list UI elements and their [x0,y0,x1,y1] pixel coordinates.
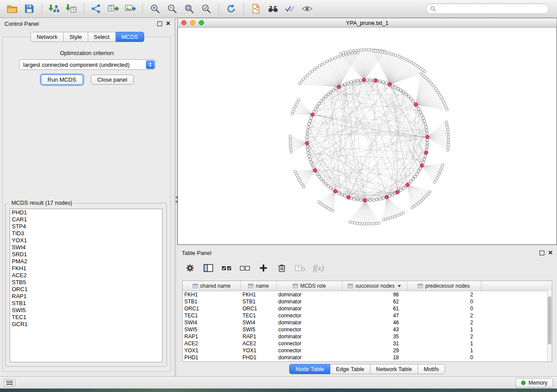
table-row[interactable]: TEC1TEC1connector472 [183,312,552,319]
table-row[interactable]: ORC1ORC1dominator610 [183,305,552,312]
column-header-name[interactable]: name [241,281,277,291]
table-row[interactable]: PHD1PHD1dominator180 [183,354,552,361]
tab-mcds[interactable]: MCDS [116,32,144,42]
mcds-result-item[interactable]: STB1 [10,300,162,307]
mcds-result-item[interactable]: YOX1 [10,237,162,244]
table-row[interactable]: STB1STB1dominator620 [183,298,552,305]
mcds-result-item[interactable]: RAP1 [10,293,162,300]
mcds-result-item[interactable]: PHD1 [10,209,162,216]
delete-table-button[interactable] [294,262,306,274]
table-cell: ACE2 [241,340,277,347]
table-row[interactable]: SWI4SWI4dominator462 [183,319,552,326]
add-column-button[interactable] [258,262,269,274]
mcds-result-item[interactable]: ORC1 [10,286,162,293]
close-window-button[interactable] [181,20,187,25]
table-tab-edge-table[interactable]: Edge Table [330,364,370,374]
refresh-button[interactable] [223,2,239,16]
close-table-panel-icon[interactable]: × [548,250,553,255]
table-cell: TEC1 [183,312,241,319]
mcds-result-item[interactable]: STB5 [10,279,162,286]
zoom-fit-button[interactable] [181,2,197,16]
mcds-result-item[interactable]: SWI5 [10,307,162,314]
search-input[interactable] [426,3,549,14]
tab-select[interactable]: Select [88,32,116,42]
zoom-out-button[interactable] [164,2,180,16]
mcds-result-item[interactable]: SRD1 [10,251,162,258]
deselect-all-button[interactable] [239,262,251,274]
select-all-button[interactable] [221,262,232,274]
open-button[interactable] [4,2,20,16]
table-tab-motifs[interactable]: Motifs [418,364,445,374]
column-header-shared-name[interactable]: shared name [183,281,241,291]
float-panel-icon[interactable] [157,21,162,26]
select-marks-button[interactable] [282,2,298,16]
network-window-titlebar[interactable]: YPA_prune.txt_1 [177,18,557,28]
mcds-result-item[interactable]: TEC1 [10,314,162,321]
show-hide-button[interactable] [299,2,315,16]
table-cell-filler [481,291,552,299]
zoom-in-button[interactable] [147,2,163,16]
table-cell: SWI4 [183,319,241,326]
table-settings-button[interactable] [184,262,196,274]
tab-network[interactable]: Network [31,32,64,42]
run-mcds-button[interactable]: Run MCDS [41,75,83,85]
mcds-result-item[interactable]: SWI4 [10,244,162,251]
column-header-MCDS-role[interactable]: MCDS role [277,281,342,291]
mcds-result-item[interactable]: CAR1 [10,216,162,223]
column-header-predecessor-nodes[interactable]: predecessor nodes [407,281,481,291]
table-row[interactable]: SWI5SWI5connector431 [183,326,552,333]
tab-style[interactable]: Style [64,32,88,42]
import-table-button[interactable] [63,2,79,16]
delete-column-button[interactable] [276,262,287,274]
share-document-button[interactable] [248,2,264,16]
table-row[interactable]: RAP1RAP1dominator352 [183,333,552,340]
save-button[interactable] [21,2,37,16]
export-network-button[interactable] [88,2,104,16]
table-row[interactable]: FKH1FKH1dominator962 [183,291,552,299]
zoom-selected-button[interactable] [198,2,214,16]
table-cell: FKH1 [241,291,277,299]
export-image-button[interactable] [122,2,138,16]
show-panels-button[interactable] [4,379,15,387]
table-row[interactable]: YOX1YOX1connector291 [183,347,552,354]
column-header-successor-nodes[interactable]: successor nodes [342,281,407,291]
mcds-result-item[interactable]: STP4 [10,223,162,230]
mcds-result-item[interactable]: GCR1 [10,321,162,328]
table-cell-filler [481,347,552,354]
maximize-window-button[interactable] [199,20,204,25]
close-panel-icon[interactable]: × [166,21,170,26]
optimization-dropdown[interactable]: largest connected component (undirected) [19,59,156,70]
mcds-result-item[interactable]: PMA2 [10,258,162,265]
mcds-result-title: MCDS result (17 nodes) [9,199,74,206]
scrollbar-thumb[interactable] [548,296,551,344]
table-cell: 43 [342,326,407,333]
mcds-result-item[interactable]: ACE2 [10,272,162,279]
table-row[interactable]: ACE2ACE2connector311 [183,340,552,347]
table-tab-network-table[interactable]: Network Table [370,364,418,374]
find-button[interactable] [265,2,281,16]
network-graph-svg[interactable] [178,28,557,244]
export-table-button[interactable] [105,2,121,16]
show-columns-button[interactable] [203,262,214,274]
search-box [426,3,549,14]
binoculars-icon [267,4,279,14]
mcds-result-list[interactable]: PHD1CAR1STP4TID3YOX1SWI4SRD1PMA2FKH1ACE2… [10,209,163,362]
table-cell: PHD1 [183,354,241,361]
memory-button[interactable]: Memory [515,378,553,388]
dropdown-stepper-icon[interactable] [146,60,155,69]
mcds-result-item[interactable]: FKH1 [10,265,162,272]
import-network-button[interactable] [46,2,62,16]
function-builder-button[interactable]: f(x) [313,262,324,274]
table-scrollbar[interactable] [547,290,552,361]
mcds-result-item[interactable]: TID3 [10,230,162,237]
table-panel-header: Table Panel × [177,247,557,258]
network-canvas[interactable] [177,28,557,245]
close-panel-button[interactable]: Close panel [91,75,134,85]
minimize-window-button[interactable] [190,20,195,25]
float-table-panel-icon[interactable] [540,251,544,255]
column-header-filler [481,281,552,291]
checked-boxes-icon [221,264,232,272]
table-tab-node-table[interactable]: Node Table [289,364,330,374]
table-cell: 1 [407,347,481,354]
status-bar: Memory [0,376,557,389]
